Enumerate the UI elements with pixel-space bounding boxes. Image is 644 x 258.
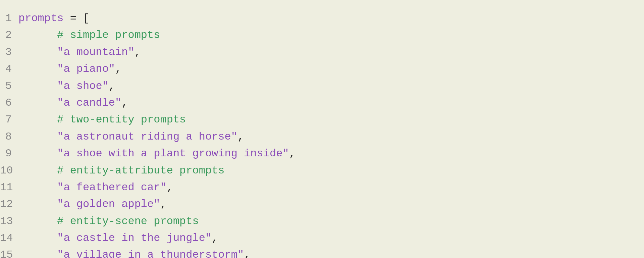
code-line: 15 "a village in a thunderstorm", xyxy=(0,247,644,258)
line-content: # two-entity prompts xyxy=(18,112,644,127)
line-number: 13 xyxy=(0,214,18,229)
line-content: # entity-scene prompts xyxy=(18,214,644,229)
line-content: "a castle in the jungle", xyxy=(18,230,644,246)
code-token xyxy=(18,46,57,58)
line-number: 10 xyxy=(0,163,18,178)
code-token xyxy=(18,147,57,160)
line-number: 8 xyxy=(0,129,18,145)
code-token: # entity-attribute prompts xyxy=(18,164,225,177)
line-content: # entity-attribute prompts xyxy=(18,163,644,178)
code-token xyxy=(18,97,57,109)
code-token: "a piano" xyxy=(57,63,115,75)
code-token: "a candle" xyxy=(57,97,121,109)
line-content: # simple prompts xyxy=(18,28,644,43)
code-token: "a castle in the jungle" xyxy=(57,232,212,244)
code-token: "a mountain" xyxy=(57,46,134,58)
line-number: 4 xyxy=(0,61,18,77)
code-line: 11 "a feathered car", xyxy=(0,179,644,196)
line-number: 2 xyxy=(0,28,18,43)
code-token: # simple prompts xyxy=(18,29,160,41)
line-content: "a golden apple", xyxy=(18,197,644,212)
line-content: "a piano", xyxy=(18,61,644,77)
line-number: 9 xyxy=(0,146,18,161)
code-token: "a golden apple" xyxy=(57,198,160,210)
line-number: 14 xyxy=(0,230,18,246)
code-line: 14 "a castle in the jungle", xyxy=(0,230,644,247)
code-token: = [ xyxy=(63,12,89,24)
line-number: 12 xyxy=(0,197,18,212)
line-content: "a mountain", xyxy=(18,45,644,60)
line-content: "a shoe with a plant growing inside", xyxy=(18,146,644,161)
code-token xyxy=(18,80,57,92)
line-number: 5 xyxy=(0,79,18,94)
code-line: 13 # entity-scene prompts xyxy=(0,213,644,230)
code-token xyxy=(18,63,57,75)
code-token xyxy=(18,131,57,143)
code-editor: 1prompts = [2 # simple prompts3 "a mount… xyxy=(0,7,644,258)
code-line: 12 "a golden apple", xyxy=(0,196,644,213)
code-line: 5 "a shoe", xyxy=(0,78,644,95)
line-number: 11 xyxy=(0,180,18,195)
line-content: "a candle", xyxy=(18,95,644,111)
code-line: 6 "a candle", xyxy=(0,95,644,111)
code-token: "a shoe with a plant growing inside" xyxy=(57,147,289,160)
line-number: 3 xyxy=(0,45,18,60)
code-token: , xyxy=(135,46,141,58)
code-token: , xyxy=(109,80,115,92)
line-content: "a village in a thunderstorm", xyxy=(18,247,644,258)
code-token xyxy=(18,198,57,210)
code-token: , xyxy=(244,249,250,258)
line-content: "a astronaut riding a horse", xyxy=(18,129,644,145)
code-token: , xyxy=(212,232,218,244)
code-token: , xyxy=(289,147,296,160)
code-token: , xyxy=(160,198,166,210)
code-line: 3 "a mountain", xyxy=(0,44,644,61)
code-token: , xyxy=(167,181,173,194)
code-token xyxy=(18,181,57,194)
line-content: "a shoe", xyxy=(18,79,644,94)
code-token: "a village in a thunderstorm" xyxy=(57,249,244,258)
code-token: prompts xyxy=(18,12,63,24)
code-line: 2 # simple prompts xyxy=(0,27,644,44)
code-line: 9 "a shoe with a plant growing inside", xyxy=(0,145,644,162)
line-content: prompts = [ xyxy=(18,11,644,26)
code-line: 4 "a piano", xyxy=(0,61,644,78)
code-token: , xyxy=(237,131,244,143)
line-number: 15 xyxy=(0,247,18,258)
code-token: # two-entity prompts xyxy=(18,113,186,126)
line-number: 7 xyxy=(0,112,18,127)
line-number: 1 xyxy=(0,11,18,26)
line-content: "a feathered car", xyxy=(18,180,644,195)
code-token: "a shoe" xyxy=(57,80,109,92)
code-line: 10 # entity-attribute prompts xyxy=(0,162,644,179)
code-line: 1prompts = [ xyxy=(0,10,644,27)
code-token: "a feathered car" xyxy=(57,181,166,194)
code-token: "a astronaut riding a horse" xyxy=(57,131,237,143)
code-token: # entity-scene prompts xyxy=(18,215,199,227)
code-token xyxy=(18,249,57,258)
code-line: 8 "a astronaut riding a horse", xyxy=(0,128,644,145)
code-token xyxy=(18,232,57,244)
code-token: , xyxy=(115,63,121,75)
code-token: , xyxy=(121,97,128,109)
code-line: 7 # two-entity prompts xyxy=(0,111,644,128)
line-number: 6 xyxy=(0,95,18,111)
